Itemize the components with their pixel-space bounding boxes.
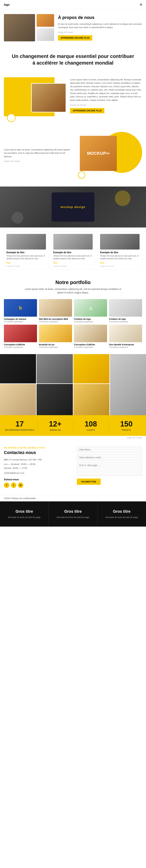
footer-privacy: ©2024 Politique de confidentialité [0, 495, 146, 501]
service-card-1-desc: Tempor illo Duis alicena tur duis aute i… [6, 255, 46, 260]
portfolio-item-2-title: Site Web de conception Web [39, 318, 72, 320]
portfolio-item-5[interactable]: Conception d'affiche Conception graphiqu… [4, 324, 37, 348]
mockup-text: Lorem ipsum dolor sit amet, consectetuer… [4, 148, 74, 164]
service-card-3-link[interactable]: Plus [100, 262, 104, 264]
portfolio-item-5-title: Conception d'affiche [4, 343, 37, 346]
hero-main-image [4, 14, 35, 41]
portfolio-item-3[interactable]: △ Création de logo Conception graphique [74, 299, 107, 323]
about-text: Lorem ipsum dolor sit amet, consectetuer… [70, 77, 142, 113]
newsletter-label: REJOIGNEZ NOTRE NEWSLETTER [4, 446, 69, 449]
contact-form: SOUMETTRE [77, 446, 142, 488]
stat-awards: 17 RÉCOMPENSES REMPORTÉES [2, 420, 38, 431]
form-name-group [77, 446, 142, 453]
footer-card-2-desc: Exemple de texte de pied de page [52, 516, 93, 519]
service-card-1-title: Exemple de titre [6, 251, 46, 254]
service-card-2: Exemple de titre Tempor illo Duis alicen… [51, 231, 96, 270]
portfolio-item-1-title: Campagne de marque [4, 318, 37, 320]
contact-left: REJOIGNEZ NOTRE NEWSLETTER Contactez-nou… [4, 446, 73, 488]
stat-projects-number: 150 [109, 420, 144, 428]
form-submit-button[interactable]: SOUMETTRE [77, 478, 101, 485]
nav-hamburger-icon[interactable]: ≡ [140, 2, 142, 7]
contact-hours1: Lun — Vendredi : 09:00 — 20:00; [4, 462, 69, 466]
portfolio-item-2[interactable]: Site Web de conception Web Conception gr… [39, 299, 72, 323]
hero-section: À propos de nous Et nam sit amet amet, c… [0, 9, 146, 46]
form-name-input[interactable] [77, 446, 142, 453]
portfolio-item-5-cat: Conception graphique [4, 346, 37, 348]
mockup-paragraph: Lorem ipsum dolor sit amet, consectetuer… [4, 148, 74, 158]
about-paragraph: Lorem ipsum dolor sit amet, consectetuer… [70, 78, 142, 102]
mockup-large-label: mockup design [61, 206, 86, 209]
portfolio-item-8[interactable]: Une identité d'entreprise Conception gra… [109, 324, 142, 348]
service-cards: Exemple de titre Tempor illo Duis alicen… [0, 227, 146, 274]
hero-img-credit: Image de Freepik [58, 31, 142, 33]
service-card-3-title: Exemple de titre [100, 251, 140, 254]
service-card-1-link[interactable]: Plus [6, 262, 10, 264]
about-images [4, 77, 66, 120]
about-learn-more-button[interactable]: APPRENDRE ENCORE PLUS [70, 108, 104, 113]
stats-img-credit: Image de Freepik [0, 436, 146, 440]
contact-address: BMX 37 Sunrise Avenue, 13Y 456 / 789 [4, 458, 69, 462]
service-card-3: Exemple de titre Tempor illo Duis alicen… [98, 231, 142, 270]
form-email-input[interactable] [77, 455, 142, 461]
stat-clients: 108 CLIENTS [73, 420, 109, 431]
contact-title: Contactez-nous [4, 450, 69, 455]
hero-title: À propos de nous [58, 15, 142, 21]
stat-years-label: ANNÉES DE [38, 429, 73, 431]
footer-card-1: Gros titre Exemple de texte de pied de p… [0, 501, 49, 527]
service-card-1: Exemple de titre Tempor illo Duis alicen… [4, 231, 48, 270]
hero-learn-more-button[interactable]: APPRENDRE ENCORE PLUS [58, 35, 92, 40]
photo-grid [0, 354, 146, 415]
stat-projects-label: PROJETS [109, 429, 144, 431]
portfolio-item-7-cat: Conception graphique [74, 346, 107, 348]
contact-email: contact@abcxyz.com [4, 472, 69, 474]
service-card-1-credit: Image de Freepik [6, 265, 46, 267]
contact-section: REJOIGNEZ NOTRE NEWSLETTER Contactez-nou… [0, 440, 146, 495]
portfolio-description: Lorem ipsum dolor sit amet, consectetuer… [24, 287, 122, 294]
navbar: logo ≡ [0, 0, 146, 9]
follow-label: Suivez-nous [4, 478, 69, 481]
about-img-credit: Images de Freepik [70, 104, 142, 106]
service-card-3-credit: Image de Freepik [100, 265, 140, 267]
contact-hours2: Samedi : 09:00 — 17:00 [4, 466, 69, 470]
form-message-input[interactable] [77, 462, 142, 476]
portfolio-item-7[interactable]: Conception d'affiche Conception graphiqu… [74, 324, 107, 348]
portfolio-item-6-title: bouteille de jus [39, 343, 72, 346]
portfolio-item-7-title: Conception d'affiche [74, 343, 107, 346]
portfolio-section: Notre portfolio Lorem ipsum dolor sit am… [0, 274, 146, 354]
social-twitter-icon[interactable]: t [11, 483, 16, 488]
hero-description: Et nam sit amet amet, consectetuer adipi… [58, 23, 142, 29]
portfolio-item-4-title: Création de logo [109, 318, 142, 320]
form-message-group [77, 462, 142, 477]
portfolio-item-1[interactable]: b Campagne de marque Conception graphiqu… [4, 299, 37, 323]
service-card-2-title: Exemple de titre [53, 251, 93, 254]
portfolio-header: Notre portfolio Lorem ipsum dolor sit am… [4, 279, 142, 294]
service-card-3-desc: Tempor illo Duis alicena tur duis aute i… [100, 255, 140, 260]
portfolio-item-6-cat: Conception graphique [39, 346, 72, 348]
portfolio-item-3-title: Création de logo [74, 318, 107, 320]
portfolio-item-6[interactable]: bouteille de jus Conception graphique [39, 324, 72, 348]
footer-card-3-title: Gros titre [101, 509, 142, 514]
portfolio-grid: b Campagne de marque Conception graphiqu… [4, 299, 142, 348]
service-card-2-link[interactable]: Plus [53, 262, 58, 264]
footer-card-1-desc: Exemple de texte de pied de page [4, 516, 45, 519]
stats-bar: 17 RÉCOMPENSES REMPORTÉES 12+ ANNÉES DE … [0, 415, 146, 436]
mockup-visual: MOCKUPA4 [78, 132, 142, 181]
stat-years-number: 12+ [38, 420, 73, 428]
portfolio-title: Notre portfolio [4, 279, 142, 285]
nav-logo[interactable]: logo [4, 3, 10, 6]
portfolio-item-1-cat: Conception graphique [4, 320, 37, 323]
hero-text: À propos de nous Et nam sit amet amet, c… [58, 15, 142, 40]
mockup-section: Lorem ipsum dolor sit amet, consectetuer… [0, 126, 146, 187]
portfolio-item-4-cat: Conception graphique [109, 320, 142, 323]
tagline-text: Un changement de marque essentiel pour c… [12, 53, 134, 66]
stat-projects: 150 PROJETS [109, 420, 144, 431]
social-facebook-icon[interactable]: f [4, 483, 9, 488]
social-instagram-icon[interactable]: in [18, 483, 23, 488]
hero-side-images [37, 14, 54, 41]
service-card-2-credit: Image de Freepik [53, 265, 93, 267]
about-section: Lorem ipsum dolor sit amet, consectetuer… [0, 73, 146, 126]
portfolio-item-4[interactable]: Création de logo Conception graphique [109, 299, 142, 323]
social-icons: f t in [4, 483, 69, 488]
portfolio-item-8-cat: Conception graphique [109, 346, 142, 348]
tagline-section: Un changement de marque essentiel pour c… [0, 46, 146, 73]
